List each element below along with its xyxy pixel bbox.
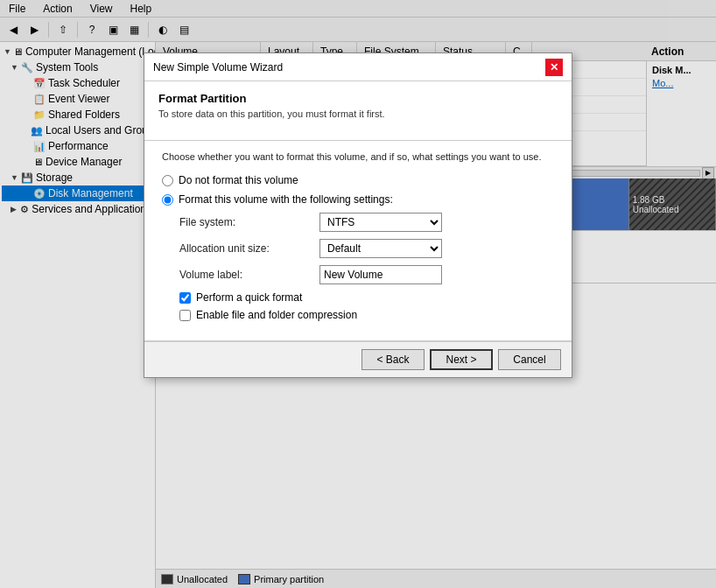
checkbox-row-quick: Perform a quick format bbox=[162, 291, 554, 304]
wizard-body: Choose whether you want to format this v… bbox=[144, 140, 572, 341]
compression-checkbox[interactable] bbox=[179, 310, 191, 321]
radio-doformat[interactable] bbox=[162, 194, 173, 206]
radio-noformat-label: Do not format this volume bbox=[179, 174, 298, 186]
wizard-title: New Simple Volume Wizard bbox=[153, 61, 283, 74]
back-button[interactable]: < Back bbox=[362, 349, 425, 370]
next-button[interactable]: Next > bbox=[430, 349, 493, 370]
modal-overlay: New Simple Volume Wizard ✕ Format Partit… bbox=[0, 0, 716, 588]
alloc-label: Allocation unit size: bbox=[179, 242, 319, 255]
volume-label-label: Volume label: bbox=[179, 269, 319, 281]
compression-label: Enable file and folder compression bbox=[196, 309, 357, 321]
form-row-filesystem: File system: NTFS bbox=[162, 213, 554, 232]
wizard-section-subtext: To store data on this partition, you mus… bbox=[158, 108, 558, 119]
volume-label-input[interactable] bbox=[319, 265, 442, 284]
radio-row-format: Format this volume with the following se… bbox=[162, 193, 554, 206]
quick-format-checkbox[interactable] bbox=[179, 292, 191, 304]
wizard-footer: < Back Next > Cancel bbox=[144, 341, 572, 377]
wizard-description: Choose whether you want to format this v… bbox=[162, 151, 554, 162]
wizard-section-heading: Format Partition bbox=[158, 92, 558, 105]
form-row-alloc: Allocation unit size: Default bbox=[162, 239, 554, 258]
radio-noformat[interactable] bbox=[162, 175, 173, 186]
quick-format-label: Perform a quick format bbox=[196, 291, 302, 304]
radio-doformat-label: Format this volume with the following se… bbox=[179, 193, 393, 206]
wizard-header: Format Partition To store data on this p… bbox=[144, 81, 572, 140]
cancel-button[interactable]: Cancel bbox=[498, 349, 561, 370]
wizard-close-button[interactable]: ✕ bbox=[545, 59, 563, 76]
radio-row-noformat: Do not format this volume bbox=[162, 174, 554, 186]
checkbox-row-compression: Enable file and folder compression bbox=[162, 309, 554, 321]
wizard-titlebar: New Simple Volume Wizard ✕ bbox=[144, 53, 572, 81]
form-row-volume-label: Volume label: bbox=[162, 265, 554, 284]
filesystem-label: File system: bbox=[179, 216, 319, 228]
alloc-select[interactable]: Default bbox=[319, 239, 442, 258]
wizard-window: New Simple Volume Wizard ✕ Format Partit… bbox=[144, 52, 572, 378]
filesystem-select[interactable]: NTFS bbox=[319, 213, 442, 232]
